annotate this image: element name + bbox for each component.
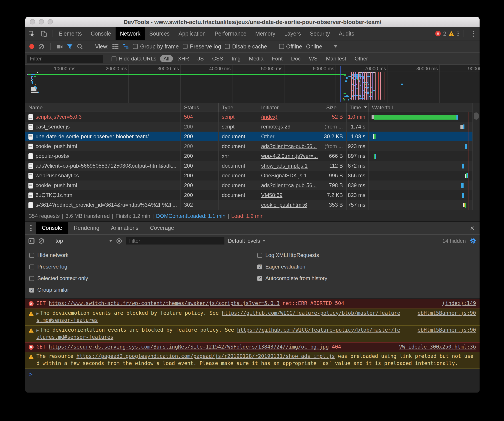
view-waterfall-icon[interactable]: [123, 44, 129, 49]
setting-toggle-log-xmlhttprequests[interactable]: Log XMLHttpRequests: [257, 249, 480, 261]
message-source-link[interactable]: (index):149: [437, 300, 476, 307]
warning-badge-icon[interactable]: [449, 31, 454, 36]
initiator-link[interactable]: VM58:69: [261, 192, 282, 198]
table-row[interactable]: cookie_push.html200documentads?client=ca…: [25, 141, 480, 151]
cell-name[interactable]: une-date-de-sortie-pour-observer-bloober…: [25, 132, 181, 141]
error-badge-icon[interactable]: [435, 31, 441, 36]
checkbox[interactable]: [257, 276, 262, 281]
column-header-size[interactable]: Size: [323, 103, 347, 112]
drawer-tab-console[interactable]: Console: [36, 222, 68, 234]
drawer-more-options-icon[interactable]: [25, 222, 36, 234]
execution-context-select[interactable]: top: [55, 238, 113, 244]
disable-cache-checkbox[interactable]: [225, 44, 230, 49]
console-prompt-row[interactable]: >: [25, 368, 480, 380]
table-scrollbar[interactable]: [472, 103, 480, 210]
message-source-link[interactable]: ebHtml5Banner.js:90: [412, 310, 476, 317]
expand-triangle-icon[interactable]: ▶: [36, 311, 39, 315]
setting-toggle-eager-evaluation[interactable]: Eager evaluation: [257, 261, 480, 272]
zoom-window-icon[interactable]: [48, 19, 53, 24]
group-by-frame-checkbox[interactable]: [133, 44, 138, 49]
setting-toggle-autocomplete-from-history[interactable]: Autocomplete from history: [257, 272, 480, 284]
tab-network[interactable]: Network: [115, 27, 145, 40]
clear-icon[interactable]: [38, 43, 44, 50]
cell-name[interactable]: popular-posts/: [25, 151, 181, 161]
initiator-link[interactable]: remote.js:29: [261, 124, 290, 130]
column-header-time[interactable]: Time: [347, 103, 369, 112]
tab-layers[interactable]: Layers: [280, 27, 305, 40]
eye-icon[interactable]: [116, 238, 122, 244]
console-message-error[interactable]: GET https://www.switch-actu.fr/wp-conten…: [25, 299, 480, 309]
more-options-icon[interactable]: [468, 30, 479, 37]
table-row[interactable]: cast_sender.js200scriptremote.js:29(from…: [25, 122, 480, 132]
checkbox[interactable]: [29, 287, 34, 292]
filter-pill-doc[interactable]: Doc: [288, 55, 304, 62]
console-message-warning[interactable]: ▶The deviceorientation events are blocke…: [25, 325, 480, 343]
table-row[interactable]: ads?client=ca-pub-5689505537125030&outpu…: [25, 161, 480, 171]
initiator-link[interactable]: cookie_push.html:6: [261, 202, 307, 208]
expand-triangle-icon[interactable]: ▶: [36, 328, 39, 332]
tab-audits[interactable]: Audits: [335, 27, 359, 40]
filter-pill-js[interactable]: JS: [194, 55, 207, 62]
message-link[interactable]: https://www.switch-actu.fr/wp-content/th…: [49, 300, 280, 306]
console-filter-input[interactable]: [126, 237, 224, 245]
table-row[interactable]: s-3614?redirect_provider_id=3614&ru=http…: [25, 200, 480, 210]
tab-console[interactable]: Console: [86, 27, 115, 40]
preserve-log-checkbox[interactable]: [183, 44, 187, 49]
initiator-link[interactable]: show_ads_impl.js:1: [261, 163, 307, 169]
message-source-link[interactable]: ebHtml5Banner.js:90: [412, 326, 476, 333]
initiator-link[interactable]: wpp-4.2.0.min.js?ver=...: [261, 153, 318, 159]
cell-name[interactable]: webPushAnalytics: [25, 171, 181, 180]
column-header-name[interactable]: Name: [25, 103, 181, 112]
filter-pill-other[interactable]: Other: [351, 55, 372, 62]
setting-toggle-hide-network[interactable]: Hide network: [29, 249, 257, 261]
drawer-tab-coverage[interactable]: Coverage: [144, 222, 180, 234]
preserve-log-toggle[interactable]: Preserve log: [183, 43, 221, 50]
column-header-status[interactable]: Status: [181, 103, 219, 112]
console-settings-gear-icon[interactable]: [470, 237, 476, 244]
cell-name[interactable]: ads?client=ca-pub-5689505537125030&outpu…: [25, 161, 181, 171]
disable-cache-toggle[interactable]: Disable cache: [225, 43, 267, 50]
drawer-tab-rendering[interactable]: Rendering: [68, 222, 105, 234]
table-row[interactable]: webPushAnalytics200documentOneSignalSDK.…: [25, 171, 480, 180]
table-row[interactable]: cookie_push.html200documentads?client=ca…: [25, 180, 480, 190]
checkbox[interactable]: [29, 253, 34, 258]
close-window-icon[interactable]: [30, 19, 35, 24]
log-levels-select[interactable]: Default levels: [228, 238, 266, 244]
clear-console-icon[interactable]: [38, 238, 44, 244]
minimize-window-icon[interactable]: [39, 19, 44, 24]
view-list-icon[interactable]: [113, 44, 119, 49]
message-link[interactable]: https://pagead2.googlesyndication.com/pa…: [77, 353, 335, 359]
table-row[interactable]: 6uQTKQJz.html200documentVM58:697.2 KB823…: [25, 190, 480, 200]
cell-name[interactable]: cast_sender.js: [25, 122, 181, 132]
initiator-link[interactable]: ads?client=ca-pub-56...: [261, 182, 317, 188]
drawer-tab-animations[interactable]: Animations: [105, 222, 144, 234]
tab-sources[interactable]: Sources: [145, 27, 174, 40]
inspect-element-icon[interactable]: [25, 27, 38, 40]
column-header-initiator[interactable]: Initiator: [258, 103, 323, 112]
initiator-link[interactable]: (index): [261, 114, 277, 120]
console-message-warning[interactable]: The resource https://pagead2.googlesyndi…: [25, 352, 480, 368]
checkbox[interactable]: [257, 264, 262, 269]
group-by-frame-toggle[interactable]: Group by frame: [133, 43, 179, 50]
hide-data-urls-checkbox[interactable]: [112, 56, 116, 61]
cell-name[interactable]: s-3614?redirect_provider_id=3614&ru=http…: [25, 200, 181, 210]
setting-toggle-group-similar[interactable]: Group similar: [29, 284, 257, 296]
filter-funnel-icon[interactable]: [67, 44, 73, 49]
setting-toggle-preserve-log[interactable]: Preserve log: [29, 261, 257, 272]
table-row[interactable]: une-date-de-sortie-pour-observer-bloober…: [25, 132, 480, 141]
tab-application[interactable]: Application: [174, 27, 210, 40]
cell-name[interactable]: cookie_push.html: [25, 141, 181, 151]
message-link[interactable]: https://secure-ds.serving-sys.com/Bursti…: [49, 343, 329, 350]
column-header-waterfall[interactable]: Waterfall: [369, 103, 480, 112]
checkbox[interactable]: [257, 253, 262, 258]
table-row[interactable]: popular-posts/200xhrwpp-4.2.0.min.js?ver…: [25, 151, 480, 161]
tab-memory[interactable]: Memory: [251, 27, 280, 40]
traffic-lights[interactable]: [30, 19, 53, 24]
tab-security[interactable]: Security: [305, 27, 334, 40]
filter-pill-img[interactable]: Img: [228, 55, 244, 62]
table-row[interactable]: scripts.js?ver=5.0.3504script(index)52 B…: [25, 112, 480, 122]
device-toolbar-icon[interactable]: [38, 27, 50, 40]
cell-name[interactable]: 6uQTKQJz.html: [25, 190, 181, 200]
record-button[interactable]: [29, 44, 34, 49]
setting-toggle-selected-context-only[interactable]: Selected context only: [29, 272, 257, 284]
